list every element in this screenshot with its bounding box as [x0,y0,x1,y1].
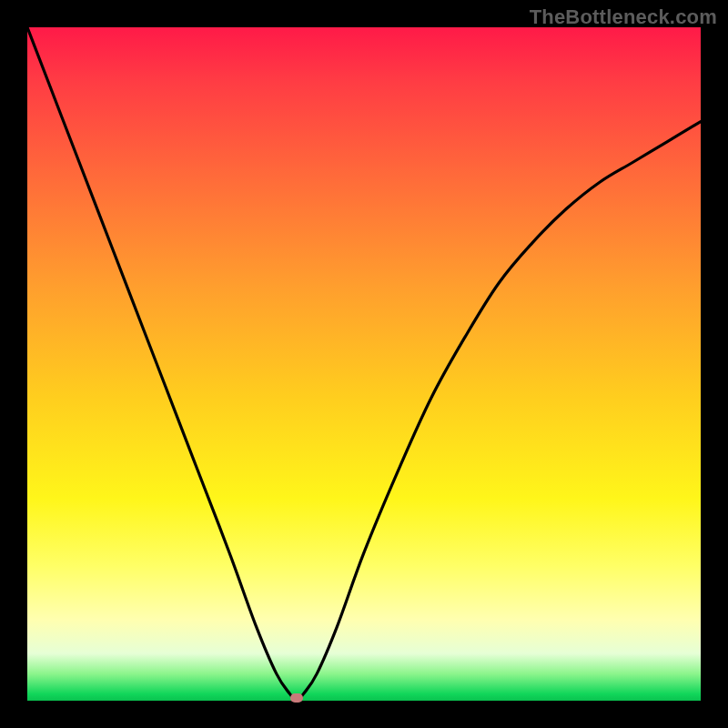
watermark-text: TheBottleneck.com [530,5,717,29]
curve-svg [27,27,701,701]
plot-area [27,27,701,701]
chart-frame: TheBottleneck.com [0,0,728,728]
bottleneck-curve [27,27,701,701]
min-marker [290,693,303,703]
